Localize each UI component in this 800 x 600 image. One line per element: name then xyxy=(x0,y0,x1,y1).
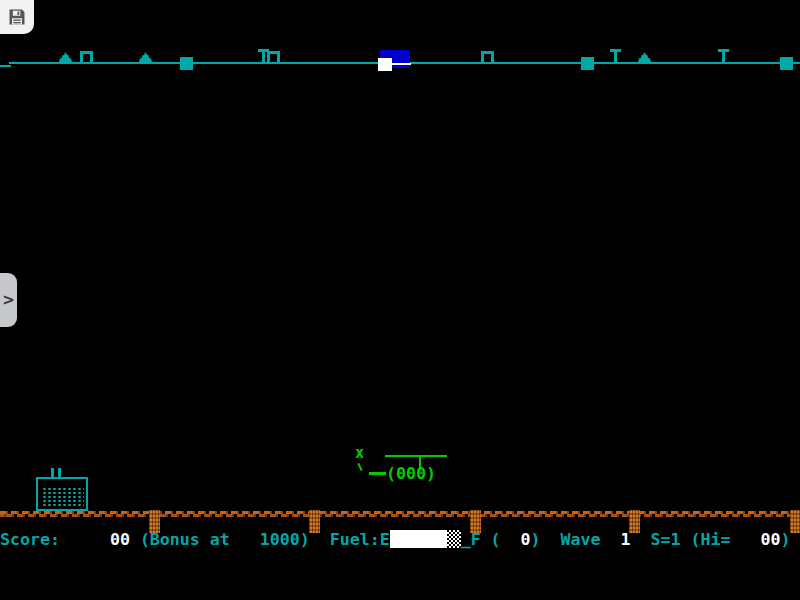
skyline-structure-pyramid xyxy=(139,52,152,62)
ground-dashes-bottom xyxy=(0,514,800,517)
bonus-and-fuel-label: (Bonus at 1000) Fuel:E xyxy=(130,530,390,549)
expand-sidebar-tab[interactable]: > xyxy=(0,273,17,327)
station-pad-square xyxy=(378,58,392,71)
chevron-right-icon: > xyxy=(2,291,15,309)
floppy-disk-icon xyxy=(7,7,27,27)
helicopter-rotor xyxy=(385,455,447,457)
game-screen[interactable]: x (000) Score: 00 (Bonus at 1000) Fuel:E… xyxy=(0,0,800,600)
skyline-structure-square xyxy=(581,57,594,70)
helicopter-tail-rotor: x xyxy=(355,445,364,461)
hi-score-value: 00 xyxy=(760,530,780,549)
fuel-depot-fill-dots xyxy=(42,487,84,508)
helicopter-body: (000) xyxy=(386,464,436,484)
fuel-gauge-suffix: _F ( xyxy=(461,530,521,549)
skyline-structure-pyramid xyxy=(59,52,72,62)
helicopter-tail-tick xyxy=(357,463,362,471)
score-value: 00 xyxy=(110,530,130,549)
stage-hi-label: S=1 (Hi= xyxy=(631,530,761,549)
skyline-structure-pi xyxy=(80,51,93,63)
fuel-gauge xyxy=(390,530,461,548)
wave-label: ) Wave xyxy=(531,530,621,549)
wave-value: 1 xyxy=(621,530,631,549)
skyline-structure-tee xyxy=(718,49,729,64)
fuel-gauge-fill xyxy=(390,530,447,548)
skyline-ledge xyxy=(0,65,11,67)
skyline-structure-pi xyxy=(481,51,494,63)
skyline-structure-pi xyxy=(267,51,280,63)
station-white-line xyxy=(392,63,411,65)
hi-close-paren: ) xyxy=(780,530,790,549)
save-button[interactable] xyxy=(0,0,34,34)
skyline-structure-square xyxy=(780,57,793,70)
skyline-structure-tee xyxy=(610,49,621,64)
skyline-structure-square xyxy=(180,57,193,70)
fuel-gauge-dither xyxy=(447,530,461,548)
status-bar: Score: 00 (Bonus at 1000) Fuel:E _F ( 0 … xyxy=(0,528,800,550)
helicopter-tail-boom xyxy=(369,472,386,475)
skyline-structure-pyramid xyxy=(638,52,651,62)
count-value: 0 xyxy=(521,530,531,549)
score-label: Score: xyxy=(0,530,110,549)
